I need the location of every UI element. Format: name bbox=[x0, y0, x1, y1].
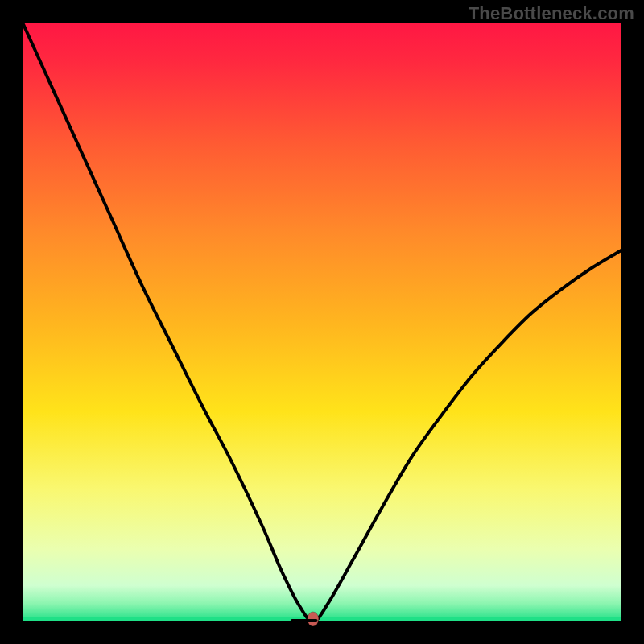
baseline-strip bbox=[23, 617, 621, 621]
plot-area bbox=[23, 23, 621, 621]
chart-container: TheBottleneck.com bbox=[0, 0, 644, 644]
watermark-text: TheBottleneck.com bbox=[469, 3, 634, 24]
bottleneck-chart bbox=[0, 0, 644, 644]
